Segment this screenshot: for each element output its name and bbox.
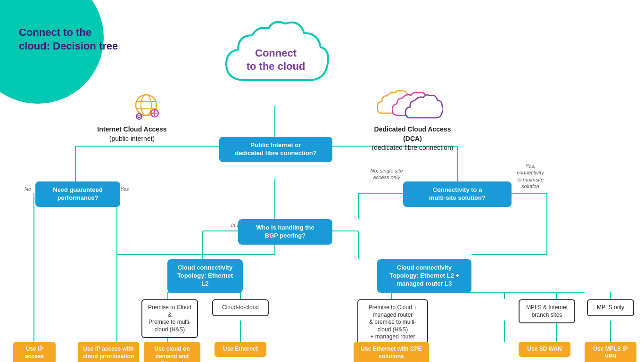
svg-point-43: [141, 95, 151, 115]
use-cloud-ethernet-result: Use cloud ondemand and Ethernet: [144, 342, 200, 362]
internet-icon: [127, 87, 165, 127]
cloud-to-cloud-box: Cloud-to-cloud: [212, 299, 269, 316]
premise-cloud-managed-box: Premise to Cloud + managed router& premi…: [357, 299, 428, 346]
need-guaranteed-box: Need guaranteedperformance?: [35, 181, 120, 207]
cloud-l3-box: Cloud connectivityTopology: Ethernet L2 …: [377, 259, 471, 293]
use-mpls-ip-vpn-result: Use MPLS IP VPN: [585, 342, 636, 362]
svg-text:Connect: Connect: [255, 47, 297, 59]
use-sd-wan-result: Use SD WAN: [519, 342, 570, 357]
dca-label: Dedicated Cloud Access (DCA) (dedicated …: [365, 125, 460, 153]
no-label-left: No: [25, 186, 31, 192]
cloud-l2-box: Cloud connectivityTopology: Ethernet L2: [167, 259, 243, 293]
use-ip-access-result: Use IP access: [13, 342, 56, 362]
dca-icon: [377, 87, 443, 124]
svg-point-42: [136, 95, 157, 115]
use-ip-cloud-prio-result: Use IP access withcloud prioritisation: [78, 342, 139, 362]
cloud-svg: Connect to the cloud: [217, 14, 335, 99]
cloud-shape: Connect to the cloud: [217, 14, 335, 99]
use-ethernet-result: Use Ethernet: [215, 342, 266, 357]
diagram: Connect to the cloud: Decision tree: [0, 0, 644, 362]
internet-access-label: Internet Cloud Access (public internet): [94, 125, 170, 143]
no-single-site-label: No, single siteaccess only: [365, 167, 408, 181]
connectivity-multisite-box: Connectivity to amulti-site solution?: [403, 181, 512, 207]
yes-multi-site-label: Yes,connectivityto multi-sitesolution: [512, 163, 549, 189]
use-ethernet-cpe-result: Use Ethernet with CPE solutions: [354, 342, 429, 362]
yes-label-right: Yes: [120, 186, 129, 192]
svg-text:to the cloud: to the cloud: [247, 60, 305, 72]
page-title: Connect to the cloud: Decision tree: [19, 26, 123, 53]
mpls-only-box: MPLS only: [587, 299, 634, 316]
mpls-internet-box: MPLS & Internetbranch sites: [519, 299, 575, 323]
premise-cloud-hs-box: Premise to Cloud &Premise to multi-cloud…: [141, 299, 198, 338]
public-internet-box: Public Internet ordedicated fibre connec…: [219, 137, 332, 162]
who-bgp-box: Who is handling theBGP peering?: [238, 219, 332, 245]
